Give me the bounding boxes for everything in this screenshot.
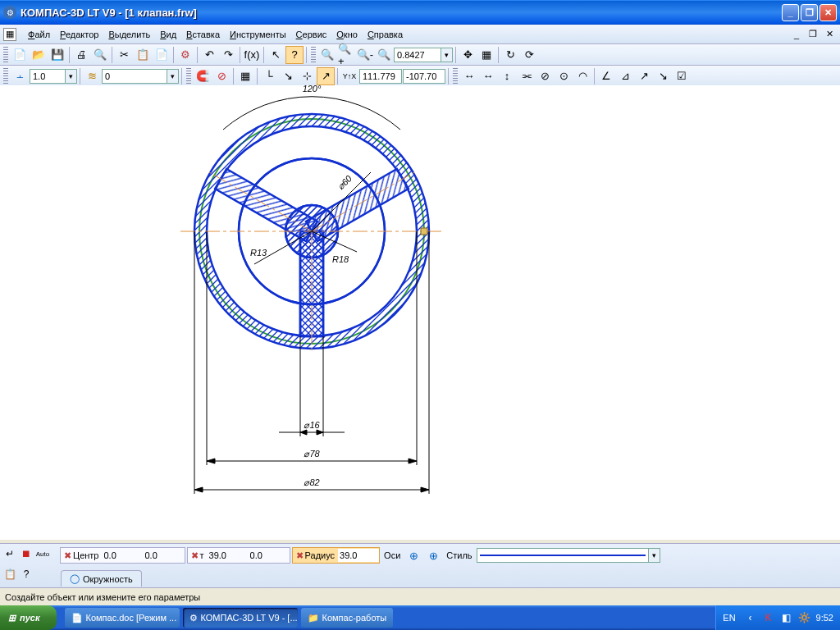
remember-state-button[interactable]: 📋 <box>2 567 17 582</box>
toolbar-grip[interactable] <box>186 68 191 84</box>
coord-x-input[interactable] <box>359 69 402 84</box>
pan-button[interactable]: ✥ <box>459 46 477 64</box>
zoom-in-button[interactable]: 🔍+ <box>337 46 355 64</box>
dim-radius-button[interactable]: ⊙ <box>555 67 573 85</box>
menu-item-вставка[interactable]: Вставка <box>181 27 225 42</box>
zoom-input[interactable] <box>394 48 441 62</box>
step-icon[interactable]: ⫠ <box>11 67 29 85</box>
redo-button[interactable]: ↷ <box>219 46 237 64</box>
menu-item-редактор[interactable]: Редактор <box>55 27 103 42</box>
local-cs-button[interactable]: ⊹ <box>298 67 316 85</box>
tray-icon-3[interactable]: 🔆 <box>798 611 811 624</box>
menu-item-файл[interactable]: Файл <box>23 27 55 42</box>
center-x-input[interactable] <box>103 549 144 562</box>
dim-horiz-button[interactable]: ↔ <box>479 67 497 85</box>
menu-item-сервис[interactable]: Сервис <box>291 27 332 42</box>
properties-button[interactable]: ⚙ <box>176 46 194 64</box>
style-combo[interactable]: ▾ <box>477 548 660 563</box>
dim-arc-button[interactable]: ◠ <box>573 67 591 85</box>
dim-angle-button[interactable]: ∠ <box>597 67 615 85</box>
help-prop-button[interactable]: ? <box>19 567 34 582</box>
zoom-out-button[interactable]: 🔍- <box>356 46 374 64</box>
toolbar-grip[interactable] <box>3 68 8 84</box>
point-x-input[interactable] <box>208 549 249 562</box>
print-preview-button[interactable]: 🔍 <box>91 46 109 64</box>
menu-item-выделить[interactable]: Выделить <box>103 27 155 42</box>
point-y-input[interactable] <box>249 549 290 562</box>
start-button[interactable]: ⊞ пуск <box>0 605 57 630</box>
dropdown-icon[interactable]: ▾ <box>66 69 77 84</box>
maximize-button[interactable]: ❐ <box>801 4 818 21</box>
tray-antivirus-icon[interactable]: K <box>762 611 775 624</box>
mdi-restore-button[interactable]: ❐ <box>807 29 819 40</box>
language-indicator[interactable]: EN <box>723 613 735 623</box>
stop-button[interactable]: ⏹ <box>19 546 34 561</box>
snap-off-button[interactable]: ⊘ <box>212 67 231 85</box>
radius-input[interactable] <box>338 549 379 562</box>
taskbar-item-folder[interactable]: 📁Компас-работы <box>301 608 394 628</box>
copy-button[interactable]: 📋 <box>134 46 152 64</box>
mdi-minimize-button[interactable]: _ <box>791 29 802 40</box>
new-file-button[interactable]: 📄 <box>11 46 29 64</box>
open-file-button[interactable]: 📂 <box>30 46 48 64</box>
snap-on-button[interactable]: 🧲 <box>194 67 212 85</box>
tray-show-hidden-icon[interactable]: ‹ <box>744 611 757 624</box>
coord-y-input[interactable] <box>403 69 445 84</box>
menu-item-справка[interactable]: Справка <box>363 27 408 42</box>
mdi-close-button[interactable]: ✕ <box>824 29 835 40</box>
layers-button[interactable]: ≋ <box>83 67 101 85</box>
dropdown-icon[interactable]: ▾ <box>649 548 660 563</box>
auto-create-button[interactable]: Auto <box>35 546 50 561</box>
drawing-canvas[interactable]: 120° ⌀60 R13 R18 ⌀16 ⌀78 ⌀82 <box>0 85 840 540</box>
layer-combo[interactable]: ▾ <box>102 69 179 84</box>
select-arrow-button[interactable]: ↖ <box>267 46 285 64</box>
zoom-window-button[interactable]: 🔍 <box>318 46 336 64</box>
dim-diameter-button[interactable]: ⊘ <box>536 67 554 85</box>
create-object-button[interactable]: ↵ <box>2 546 17 561</box>
minimize-button[interactable]: _ <box>782 4 799 21</box>
clock[interactable]: 9:52 <box>816 613 833 623</box>
toolbar-grip[interactable] <box>453 68 458 84</box>
toolbar-grip[interactable] <box>3 47 8 63</box>
cut-button[interactable]: ✂ <box>115 46 133 64</box>
dim-chain-button[interactable]: ⫘ <box>517 67 535 85</box>
save-button[interactable]: 💾 <box>48 46 66 64</box>
dim-linear-button[interactable]: ↔ <box>460 67 478 85</box>
tray-icon-2[interactable]: ◧ <box>780 611 793 624</box>
menu-item-инструменты[interactable]: Инструменты <box>225 27 291 42</box>
axes-off-button[interactable]: ⊕ <box>404 546 422 564</box>
point-field[interactable]: ✖т <box>187 547 290 564</box>
toolbar-grip[interactable] <box>311 47 316 63</box>
param-mode-button[interactable]: ↗ <box>317 67 335 85</box>
dim-angular-button[interactable]: ⊿ <box>616 67 634 85</box>
dim-final-button[interactable]: ☑ <box>673 67 691 85</box>
variables-button[interactable]: f(x) <box>243 46 261 64</box>
refresh-button[interactable]: ⟳ <box>520 46 538 64</box>
menu-item-окно[interactable]: Окно <box>331 27 363 42</box>
step-combo[interactable]: ▾ <box>30 69 77 84</box>
dim-vert-button[interactable]: ↕ <box>498 67 516 85</box>
radius-field[interactable]: ✖Радиус <box>292 547 381 564</box>
dropdown-icon[interactable]: ▾ <box>167 69 179 84</box>
leader2-button[interactable]: ↘ <box>654 67 672 85</box>
taskbar-item-word[interactable]: 📄Компас.doc [Режим ... <box>65 608 180 628</box>
center-y-input[interactable] <box>144 549 185 562</box>
undo-button[interactable]: ↶ <box>200 46 218 64</box>
layer-input[interactable] <box>102 69 167 84</box>
zoom-fit-button[interactable]: ▦ <box>477 46 495 64</box>
menu-item-вид[interactable]: Вид <box>155 27 181 42</box>
center-field[interactable]: ✖Центр <box>60 547 185 564</box>
leader-button[interactable]: ↗ <box>635 67 653 85</box>
print-button[interactable]: 🖨 <box>72 46 90 64</box>
circle-tab[interactable]: ◯ Окружность <box>61 570 142 587</box>
help-button[interactable]: ? <box>285 46 304 64</box>
grid-button[interactable]: ▦ <box>236 67 254 85</box>
step-input[interactable] <box>30 69 66 84</box>
taskbar-item-kompas[interactable]: ⚙КОМПАС-3D LT V9 - [... <box>183 608 298 628</box>
axes-on-button[interactable]: ⊕ <box>424 546 442 564</box>
zoom-scale-button[interactable]: 🔍 <box>375 46 393 64</box>
round-button[interactable]: ↘ <box>279 67 297 85</box>
redraw-button[interactable]: ↻ <box>501 46 519 64</box>
dropdown-icon[interactable]: ▾ <box>441 48 453 62</box>
ortho-button[interactable]: └ <box>260 67 278 85</box>
